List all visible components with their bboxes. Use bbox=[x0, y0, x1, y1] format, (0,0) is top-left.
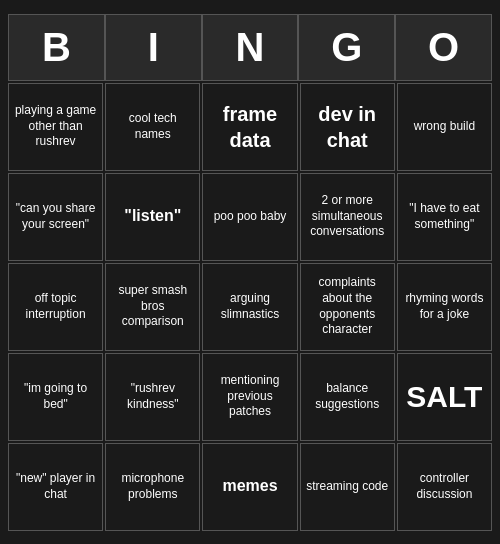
bingo-cell-6: "listen" bbox=[105, 173, 200, 261]
bingo-cell-18: balance suggestions bbox=[300, 353, 395, 441]
bingo-cell-12: arguing slimnastics bbox=[202, 263, 297, 351]
bingo-cell-4: wrong build bbox=[397, 83, 492, 171]
bingo-cell-7: poo poo baby bbox=[202, 173, 297, 261]
bingo-cell-15: "im going to bed" bbox=[8, 353, 103, 441]
bingo-letter-b: B bbox=[8, 14, 105, 81]
bingo-cell-22: memes bbox=[202, 443, 297, 531]
bingo-cell-17: mentioning previous patches bbox=[202, 353, 297, 441]
bingo-letter-i: I bbox=[105, 14, 202, 81]
bingo-cell-8: 2 or more simultaneous conversations bbox=[300, 173, 395, 261]
bingo-cell-9: "I have to eat something" bbox=[397, 173, 492, 261]
bingo-letter-o: O bbox=[395, 14, 492, 81]
bingo-header: BINGO bbox=[8, 14, 492, 81]
bingo-cell-0: playing a game other than rushrev bbox=[8, 83, 103, 171]
bingo-grid: playing a game other than rushrevcool te… bbox=[8, 83, 492, 531]
bingo-cell-1: cool tech names bbox=[105, 83, 200, 171]
bingo-cell-13: complaints about the opponents character bbox=[300, 263, 395, 351]
bingo-letter-g: G bbox=[298, 14, 395, 81]
bingo-cell-16: "rushrev kindness" bbox=[105, 353, 200, 441]
bingo-cell-21: microphone problems bbox=[105, 443, 200, 531]
bingo-cell-24: controller discussion bbox=[397, 443, 492, 531]
bingo-cell-19: SALT bbox=[397, 353, 492, 441]
bingo-cell-5: "can you share your screen" bbox=[8, 173, 103, 261]
bingo-cell-14: rhyming words for a joke bbox=[397, 263, 492, 351]
bingo-cell-10: off topic interruption bbox=[8, 263, 103, 351]
bingo-card: BINGO playing a game other than rushrevc… bbox=[0, 6, 500, 539]
bingo-cell-20: "new" player in chat bbox=[8, 443, 103, 531]
bingo-cell-11: super smash bros comparison bbox=[105, 263, 200, 351]
bingo-cell-2: frame data bbox=[202, 83, 297, 171]
bingo-cell-23: streaming code bbox=[300, 443, 395, 531]
bingo-letter-n: N bbox=[202, 14, 299, 81]
bingo-cell-3: dev in chat bbox=[300, 83, 395, 171]
